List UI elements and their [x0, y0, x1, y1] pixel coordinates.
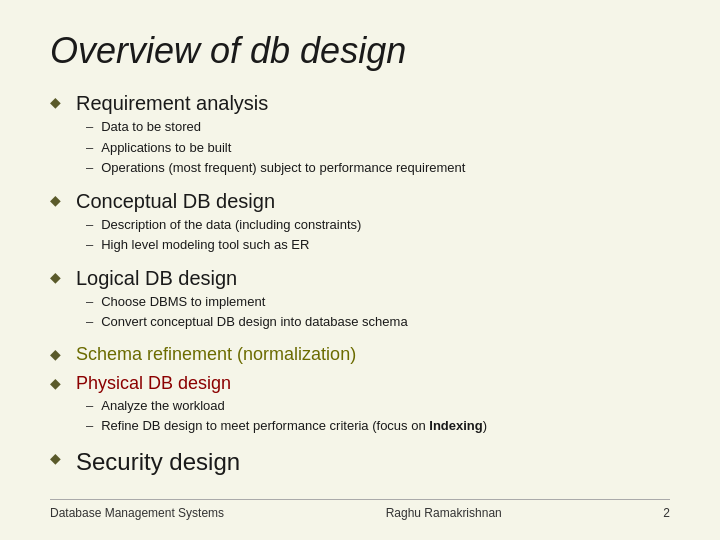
footer-center: Raghu Ramakrishnan	[386, 506, 502, 520]
sub-items-logical: – Choose DBMS to implement – Convert con…	[86, 292, 408, 332]
heading-logical-db: Logical DB design	[76, 267, 408, 290]
heading-schema-refinement: Schema refinement (normalization)	[76, 344, 356, 365]
sub-item-refine-db: – Refine DB design to meet performance c…	[86, 416, 487, 436]
sub-item-convert: – Convert conceptual DB design into data…	[86, 312, 408, 332]
bullet-content-4: Schema refinement (normalization)	[76, 344, 356, 365]
sub-items-requirement: – Data to be stored – Applications to be…	[86, 117, 465, 178]
bullet-logical-db: ◆ Logical DB design – Choose DBMS to imp…	[50, 267, 670, 332]
bullet-schema-refinement: ◆ Schema refinement (normalization)	[50, 344, 670, 365]
slide: Overview of db design ◆ Requirement anal…	[0, 0, 720, 540]
slide-footer: Database Management Systems Raghu Ramakr…	[50, 499, 670, 520]
heading-physical-db: Physical DB design	[76, 373, 487, 394]
sub-item-choose-dbms: – Choose DBMS to implement	[86, 292, 408, 312]
bullet-content-5: Physical DB design – Analyze the workloa…	[76, 373, 487, 436]
bullet-content-6: Security design	[76, 448, 240, 476]
bullet-requirement-analysis: ◆ Requirement analysis – Data to be stor…	[50, 92, 670, 178]
content-area: ◆ Requirement analysis – Data to be stor…	[50, 92, 670, 491]
bullet-diamond-3: ◆	[50, 269, 66, 285]
bullet-content-1: Requirement analysis – Data to be stored…	[76, 92, 465, 178]
footer-right: 2	[663, 506, 670, 520]
bullet-security-design: ◆ Security design	[50, 448, 670, 476]
bullet-diamond-6: ◆	[50, 450, 66, 466]
heading-requirement-analysis: Requirement analysis	[76, 92, 465, 115]
sub-item-data-stored: – Data to be stored	[86, 117, 465, 137]
slide-title: Overview of db design	[50, 30, 670, 72]
sub-item-applications: – Applications to be built	[86, 138, 465, 158]
bullet-diamond-5: ◆	[50, 375, 66, 391]
heading-conceptual-db: Conceptual DB design	[76, 190, 361, 213]
sub-items-physical: – Analyze the workload – Refine DB desig…	[86, 396, 487, 436]
sub-items-conceptual: – Description of the data (including con…	[86, 215, 361, 255]
sub-item-analyze-workload: – Analyze the workload	[86, 396, 487, 416]
sub-item-operations: – Operations (most frequent) subject to …	[86, 158, 465, 178]
heading-security-design: Security design	[76, 448, 240, 476]
sub-item-high-level: – High level modeling tool such as ER	[86, 235, 361, 255]
sub-item-description: – Description of the data (including con…	[86, 215, 361, 235]
bullet-diamond-1: ◆	[50, 94, 66, 110]
bullet-diamond-2: ◆	[50, 192, 66, 208]
bullet-content-2: Conceptual DB design – Description of th…	[76, 190, 361, 255]
bullet-conceptual-db: ◆ Conceptual DB design – Description of …	[50, 190, 670, 255]
footer-left: Database Management Systems	[50, 506, 224, 520]
bullet-diamond-4: ◆	[50, 346, 66, 362]
bullet-content-3: Logical DB design – Choose DBMS to imple…	[76, 267, 408, 332]
bullet-physical-db: ◆ Physical DB design – Analyze the workl…	[50, 373, 670, 436]
